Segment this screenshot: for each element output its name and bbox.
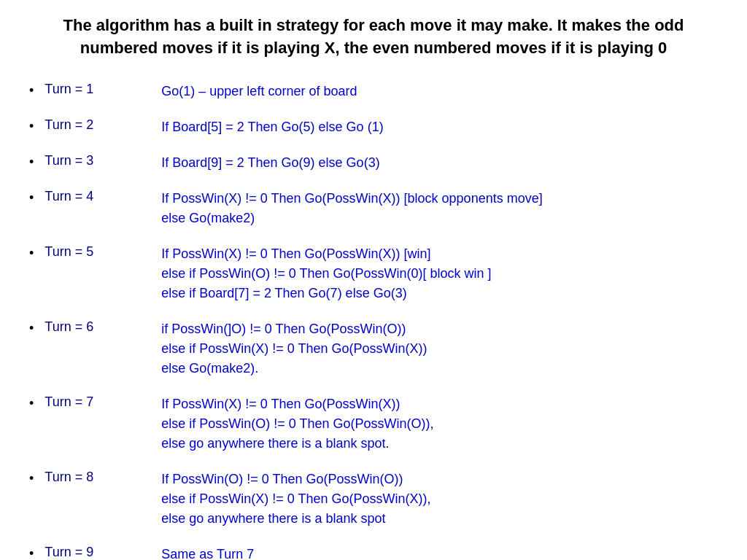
bullet-point: • xyxy=(29,546,34,560)
turn-label: Turn = 3 xyxy=(44,153,161,168)
turn-item: •Turn = 6if PossWin(]O) != 0 Then Go(Pos… xyxy=(29,319,718,378)
turn-item: •Turn = 3If Board[9] = 2 Then Go(9) else… xyxy=(29,153,718,173)
bullet-point: • xyxy=(29,471,34,486)
turn-label: Turn = 4 xyxy=(44,189,161,204)
turn-item: •Turn = 8If PossWin(O) != 0 Then Go(Poss… xyxy=(29,470,718,529)
turn-description: if PossWin(]O) != 0 Then Go(PossWin(O))e… xyxy=(161,319,427,378)
turn-item: •Turn = 9Same as Turn 7 xyxy=(29,545,718,560)
turn-label: Turn = 1 xyxy=(44,82,161,97)
bullet-point: • xyxy=(29,321,34,336)
turn-description: If Board[9] = 2 Then Go(9) else Go(3) xyxy=(161,153,379,173)
turn-item: •Turn = 2If Board[5] = 2 Then Go(5) else… xyxy=(29,117,718,137)
bullet-point: • xyxy=(29,155,34,170)
turn-item: •Turn = 5If PossWin(X) != 0 Then Go(Poss… xyxy=(29,244,718,303)
turn-label: Turn = 7 xyxy=(44,394,161,410)
turn-label: Turn = 2 xyxy=(44,117,161,133)
turn-description: If PossWin(X) != 0 Then Go(PossWin(X)) [… xyxy=(161,244,491,303)
turns-list: •Turn = 1Go(1) – upper left corner of bo… xyxy=(22,82,725,560)
turn-item: •Turn = 1Go(1) – upper left corner of bo… xyxy=(29,82,718,101)
turn-item: •Turn = 7If PossWin(X) != 0 Then Go(Poss… xyxy=(29,394,718,454)
bullet-point: • xyxy=(29,83,34,98)
bullet-point: • xyxy=(29,119,34,134)
turn-description: Same as Turn 7 xyxy=(161,545,254,560)
bullet-point: • xyxy=(29,246,34,261)
turn-description: If PossWin(X) != 0 Then Go(PossWin(X)) [… xyxy=(161,189,542,228)
turn-item: •Turn = 4If PossWin(X) != 0 Then Go(Poss… xyxy=(29,189,718,228)
turn-description: Go(1) – upper left corner of board xyxy=(161,82,357,101)
page-header: The algorithm has a built in strategy fo… xyxy=(22,15,725,60)
turn-label: Turn = 6 xyxy=(44,319,161,335)
turn-label: Turn = 8 xyxy=(44,470,161,485)
turn-description: If PossWin(O) != 0 Then Go(PossWin(O))el… xyxy=(161,470,430,529)
turn-label: Turn = 5 xyxy=(44,244,161,260)
bullet-point: • xyxy=(29,190,34,206)
turn-description: If Board[5] = 2 Then Go(5) else Go (1) xyxy=(161,117,383,137)
turn-description: If PossWin(X) != 0 Then Go(PossWin(X))el… xyxy=(161,394,433,454)
bullet-point: • xyxy=(29,396,34,411)
turn-label: Turn = 9 xyxy=(44,545,161,560)
